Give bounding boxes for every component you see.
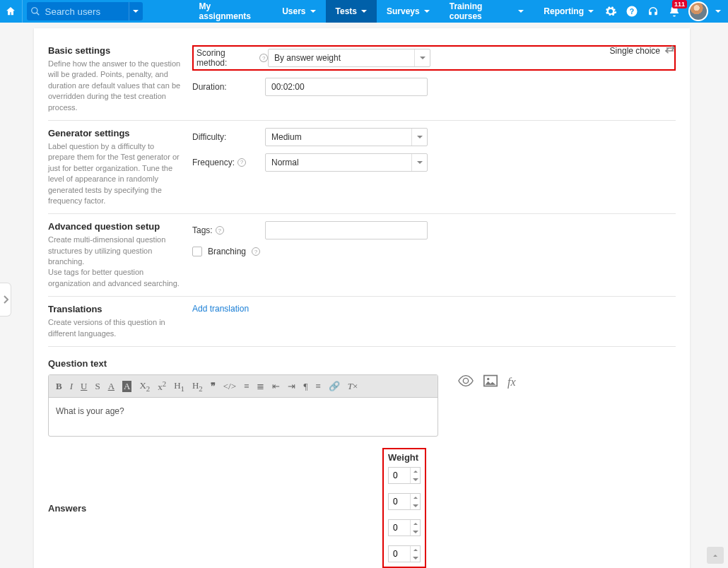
settings-button[interactable] <box>604 4 618 18</box>
nav-reporting[interactable]: Reporting <box>534 0 604 23</box>
bold-button[interactable]: B <box>56 381 62 392</box>
help-icon[interactable]: ? <box>252 247 260 256</box>
swap-type-button[interactable] <box>664 45 676 56</box>
chevron-down-icon <box>518 10 524 13</box>
font-color-button[interactable]: A <box>108 381 115 392</box>
chevron-down-icon <box>411 129 427 146</box>
unordered-list-button[interactable]: ≣ <box>257 381 264 392</box>
section-title: Basic settings <box>48 45 182 56</box>
nav-users[interactable]: Users <box>272 0 325 23</box>
support-button[interactable] <box>646 4 660 18</box>
section-title: Advanced question setup <box>48 221 182 232</box>
superscript-button[interactable]: x2 <box>158 379 166 393</box>
chevron-up-icon <box>713 555 717 557</box>
label-text: Tags: <box>192 225 213 235</box>
highlight-button[interactable]: A <box>122 381 131 392</box>
weight-stepper[interactable] <box>388 519 421 536</box>
weight-spin-buttons <box>410 546 420 562</box>
duration-input[interactable]: 00:02:00 <box>265 78 428 96</box>
difficulty-label: Difficulty: <box>192 132 265 142</box>
nav-label: Users <box>282 6 305 16</box>
weight-decrement[interactable] <box>411 554 420 562</box>
help-button[interactable]: ? <box>625 4 639 18</box>
tags-input[interactable] <box>265 221 428 239</box>
editor-toolbar: B I U S A A X2 x2 H1 H2 ❞ </> ≡ ≣ ⇤ ⇥ ¶ … <box>49 375 438 398</box>
add-translation-link[interactable]: Add translation <box>192 304 249 314</box>
nav-surveys[interactable]: Surveys <box>377 0 440 23</box>
weight-increment[interactable] <box>411 468 420 475</box>
section-basic-settings: Basic settings Define how the answer to … <box>48 38 676 121</box>
weight-header: Weight <box>388 452 421 463</box>
underline-button[interactable]: U <box>81 381 87 392</box>
scroll-to-top-button[interactable] <box>707 547 724 564</box>
search-input[interactable] <box>44 2 129 20</box>
notifications-button[interactable]: 111 <box>667 4 681 18</box>
nav-label: Reporting <box>544 6 584 16</box>
editor-body[interactable]: What is your age? <box>49 398 438 436</box>
weight-stepper[interactable] <box>388 467 421 484</box>
strike-button[interactable]: S <box>95 381 100 392</box>
weight-decrement[interactable] <box>411 475 420 483</box>
search-icon <box>27 6 44 16</box>
clear-format-button[interactable]: T× <box>348 381 358 392</box>
nav-training-courses[interactable]: Training courses <box>440 0 534 23</box>
paragraph-button[interactable]: ¶ <box>303 381 307 392</box>
user-avatar[interactable] <box>688 1 708 21</box>
weight-input[interactable] <box>389 546 410 562</box>
nav-tests[interactable]: Tests <box>326 0 377 23</box>
eye-icon <box>458 375 474 386</box>
outdent-button[interactable]: ⇤ <box>272 381 280 392</box>
preview-button[interactable] <box>458 375 474 389</box>
svg-text:?: ? <box>630 7 634 16</box>
help-icon[interactable]: ? <box>237 158 246 167</box>
code-button[interactable]: </> <box>223 381 236 392</box>
scoring-highlight: Scoring method: ? By answer weight <box>192 45 676 71</box>
headset-icon <box>647 5 659 18</box>
align-button[interactable]: ≡ <box>315 381 320 392</box>
chevron-down-icon <box>414 49 430 66</box>
section-generator-settings: Generator settings Label question by a d… <box>48 121 676 214</box>
h2-button[interactable]: H2 <box>192 380 203 393</box>
weight-input[interactable] <box>389 468 410 483</box>
formula-button[interactable]: fx <box>507 376 516 389</box>
ordered-list-button[interactable]: ≡ <box>244 381 249 392</box>
link-button[interactable]: 🔗 <box>329 381 340 392</box>
weight-input[interactable] <box>389 520 410 536</box>
input-value: 00:02:00 <box>271 82 305 92</box>
user-menu-caret[interactable] <box>715 10 721 13</box>
help-icon[interactable]: ? <box>216 226 224 235</box>
scoring-method-label: Scoring method: ? <box>195 48 268 68</box>
weight-increment[interactable] <box>411 520 420 528</box>
weight-stepper[interactable] <box>388 493 421 510</box>
indent-button[interactable]: ⇥ <box>288 381 295 392</box>
nav-my-assignments[interactable]: My assignments <box>189 0 273 23</box>
h1-button[interactable]: H1 <box>174 380 184 393</box>
weight-increment[interactable] <box>411 546 420 554</box>
tags-label: Tags: ? <box>192 225 265 235</box>
weight-decrement[interactable] <box>411 502 420 509</box>
weight-input[interactable] <box>389 494 410 509</box>
weight-decrement[interactable] <box>411 528 420 536</box>
image-button[interactable] <box>483 374 498 389</box>
rich-text-editor[interactable]: B I U S A A X2 x2 H1 H2 ❞ </> ≡ ≣ ⇤ ⇥ ¶ … <box>48 374 438 437</box>
weight-stepper[interactable] <box>388 545 421 562</box>
select-value: Medium <box>271 132 302 142</box>
quote-button[interactable]: ❞ <box>211 381 216 392</box>
frequency-label: Frequency: ? <box>192 158 265 167</box>
chevron-down-icon <box>310 10 316 13</box>
difficulty-select[interactable]: Medium <box>265 128 428 146</box>
scoring-method-select[interactable]: By answer weight <box>268 49 430 67</box>
chevron-down-icon <box>361 10 367 13</box>
home-button[interactable] <box>0 0 23 23</box>
frequency-select[interactable]: Normal <box>265 153 428 172</box>
search-box[interactable] <box>27 2 143 20</box>
search-dropdown[interactable] <box>129 2 143 20</box>
branching-checkbox[interactable] <box>192 247 202 256</box>
subscript-button[interactable]: X2 <box>139 380 150 393</box>
expand-side-panel[interactable] <box>0 283 11 316</box>
italic-button[interactable]: I <box>70 381 73 392</box>
section-desc: Label question by a difficulty to prepar… <box>48 141 182 206</box>
gear-icon <box>604 5 617 18</box>
help-icon[interactable]: ? <box>259 54 268 62</box>
weight-increment[interactable] <box>411 494 420 502</box>
